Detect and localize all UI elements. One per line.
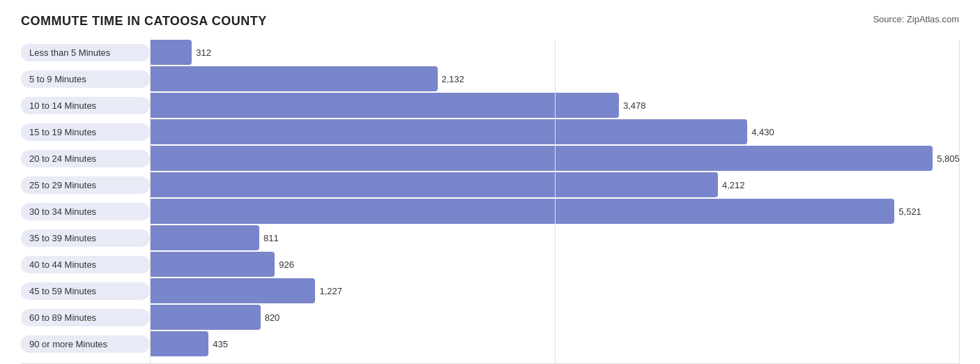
bar-row: 45 to 59 Minutes1,227 xyxy=(21,278,959,303)
bar-value-label: 1,227 xyxy=(319,286,342,296)
bar-label: 5 to 9 Minutes xyxy=(21,70,150,88)
bar-track: 820 xyxy=(150,305,959,330)
bar-value-label: 435 xyxy=(213,339,228,349)
bar-track: 5,805 xyxy=(150,146,959,171)
bar-label: 25 to 29 Minutes xyxy=(21,176,150,194)
bar-row: 35 to 39 Minutes811 xyxy=(21,225,959,250)
bar-fill xyxy=(150,331,208,356)
bar-value-label: 3,478 xyxy=(623,100,646,111)
bar-fill xyxy=(150,146,933,171)
bar-value-label: 926 xyxy=(279,259,294,270)
bar-label: 35 to 39 Minutes xyxy=(21,229,150,247)
bar-track: 435 xyxy=(150,331,959,356)
bar-row: 20 to 24 Minutes5,805 xyxy=(21,146,959,171)
bar-row: 15 to 19 Minutes4,430 xyxy=(21,119,959,144)
bar-label: 10 to 14 Minutes xyxy=(21,97,150,114)
bar-label: 90 or more Minutes xyxy=(21,335,150,353)
chart-source: Source: ZipAtlas.com xyxy=(873,14,959,24)
bar-label: 30 to 34 Minutes xyxy=(21,203,150,220)
bar-label: 60 to 89 Minutes xyxy=(21,309,150,326)
bar-value-label: 4,212 xyxy=(722,180,745,190)
bar-label: 40 to 44 Minutes xyxy=(21,256,150,273)
bar-value-label: 820 xyxy=(265,312,280,323)
bar-fill xyxy=(150,172,718,197)
bar-value-label: 2,132 xyxy=(442,74,465,84)
bar-value-label: 811 xyxy=(263,233,279,243)
bar-label: 45 to 59 Minutes xyxy=(21,282,150,300)
bar-label: Less than 5 Minutes xyxy=(21,44,150,61)
bar-row: Less than 5 Minutes312 xyxy=(21,40,959,65)
bar-track: 4,430 xyxy=(150,119,959,144)
bar-fill xyxy=(150,66,438,91)
bar-track: 926 xyxy=(150,252,959,277)
bar-value-label: 4,430 xyxy=(751,127,774,137)
bar-fill xyxy=(150,40,192,65)
bar-row: 60 to 89 Minutes820 xyxy=(21,305,959,330)
bars-container: Less than 5 Minutes3125 to 9 Minutes2,13… xyxy=(21,40,959,358)
bar-fill xyxy=(150,305,261,330)
bar-fill xyxy=(150,93,619,118)
bar-value-label: 5,805 xyxy=(937,153,960,164)
bar-track: 2,132 xyxy=(150,66,959,91)
bar-row: 25 to 29 Minutes4,212 xyxy=(21,172,959,197)
bar-value-label: 312 xyxy=(196,47,211,58)
bar-track: 4,212 xyxy=(150,172,959,197)
bar-track: 811 xyxy=(150,225,959,250)
chart-title: COMMUTE TIME IN CATOOSA COUNTY xyxy=(21,14,267,29)
grid-line xyxy=(959,40,960,364)
bar-track: 1,227 xyxy=(150,278,959,303)
bar-fill xyxy=(150,119,747,144)
bar-label: 20 to 24 Minutes xyxy=(21,150,150,167)
bar-fill xyxy=(150,278,315,303)
bar-fill xyxy=(150,199,894,224)
bar-row: 40 to 44 Minutes926 xyxy=(21,252,959,277)
bar-label: 15 to 19 Minutes xyxy=(21,123,150,141)
bar-track: 312 xyxy=(150,40,959,65)
bar-value-label: 5,521 xyxy=(898,206,921,217)
bar-row: 30 to 34 Minutes5,521 xyxy=(21,199,959,224)
bar-track: 5,521 xyxy=(150,199,959,224)
bar-row: 5 to 9 Minutes2,132 xyxy=(21,66,959,91)
bar-fill xyxy=(150,252,275,277)
bar-row: 10 to 14 Minutes3,478 xyxy=(21,93,959,118)
bar-row: 90 or more Minutes435 xyxy=(21,331,959,356)
bar-fill xyxy=(150,225,259,250)
bar-track: 3,478 xyxy=(150,93,959,118)
chart-area: Less than 5 Minutes3125 to 9 Minutes2,13… xyxy=(21,40,959,364)
